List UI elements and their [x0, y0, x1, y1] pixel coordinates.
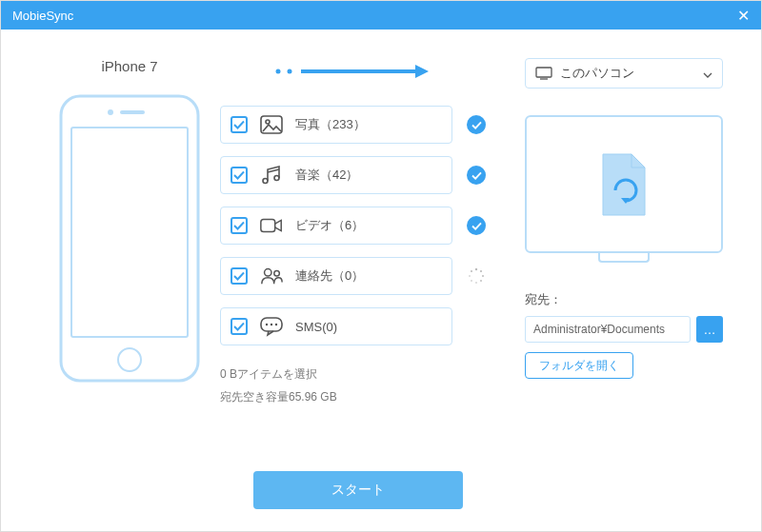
svg-point-27	[275, 324, 277, 325]
checkbox[interactable]	[231, 217, 248, 234]
category-video[interactable]: ビデオ（6）	[220, 207, 452, 245]
selected-size-text: 0 Bアイテムを選択	[220, 363, 487, 385]
transfer-arrow-icon	[220, 58, 487, 85]
category-music[interactable]: 音楽（42）	[220, 156, 452, 194]
checkbox[interactable]	[231, 167, 248, 184]
svg-rect-4	[120, 110, 145, 114]
svg-point-22	[469, 275, 471, 277]
contacts-icon	[259, 264, 284, 288]
svg-point-6	[288, 69, 292, 74]
chevron-down-icon	[703, 67, 712, 81]
svg-rect-1	[71, 128, 188, 337]
category-contacts[interactable]: 連絡先（0）	[220, 257, 452, 295]
svg-rect-13	[261, 220, 275, 232]
checkbox[interactable]	[231, 116, 248, 133]
svg-point-5	[276, 69, 281, 74]
close-icon[interactable]: ✕	[721, 7, 750, 25]
checkbox[interactable]	[231, 318, 248, 335]
svg-point-11	[274, 176, 279, 181]
destination-select-label: このパソコン	[560, 65, 634, 82]
svg-point-16	[475, 268, 477, 270]
svg-point-25	[266, 324, 268, 325]
svg-point-18	[482, 275, 484, 277]
browse-button[interactable]: …	[696, 316, 723, 343]
svg-point-20	[475, 282, 477, 284]
destination-path-input[interactable]	[525, 316, 691, 343]
destination-label: 宛先：	[525, 291, 723, 308]
device-name: iPhone 7	[39, 58, 220, 74]
svg-point-15	[274, 270, 280, 276]
svg-point-2	[118, 348, 141, 371]
start-button[interactable]: スタート	[253, 471, 463, 509]
svg-line-12	[268, 169, 279, 172]
svg-rect-0	[61, 96, 198, 381]
monitor-icon	[535, 67, 552, 80]
svg-point-26	[271, 324, 272, 325]
svg-point-10	[263, 179, 268, 184]
category-label: 写真（233）	[295, 116, 366, 133]
loading-spinner-icon	[468, 267, 485, 285]
svg-point-23	[471, 270, 472, 272]
svg-point-19	[480, 280, 482, 282]
svg-rect-28	[536, 68, 551, 77]
category-label: 連絡先（0）	[295, 267, 364, 285]
done-badge-icon	[467, 166, 486, 185]
free-space-text: 宛先空き容量65.96 GB	[220, 385, 487, 408]
category-label: 音楽（42）	[295, 167, 358, 184]
category-label: ビデオ（6）	[295, 217, 364, 234]
title-bar: MobieSync ✕	[1, 1, 761, 30]
svg-point-17	[480, 270, 482, 272]
phone-outline-icon	[58, 93, 201, 384]
done-badge-icon	[467, 115, 486, 134]
photo-icon	[259, 112, 284, 137]
checkbox[interactable]	[231, 267, 248, 285]
destination-select[interactable]: このパソコン	[525, 58, 723, 89]
svg-point-21	[471, 280, 472, 282]
svg-point-3	[108, 109, 113, 115]
file-refresh-icon	[595, 150, 652, 219]
done-badge-icon	[467, 216, 486, 235]
svg-point-9	[266, 120, 270, 124]
category-photo[interactable]: 写真（233）	[220, 106, 452, 144]
video-icon	[259, 213, 284, 238]
app-title: MobieSync	[12, 9, 73, 23]
music-icon	[259, 163, 284, 187]
open-folder-button[interactable]: フォルダを開く	[525, 352, 633, 379]
category-sms[interactable]: SMS(0)	[220, 307, 452, 345]
svg-point-14	[265, 269, 271, 276]
destination-preview	[525, 115, 723, 253]
sms-icon	[259, 314, 284, 339]
category-label: SMS(0)	[295, 320, 337, 334]
